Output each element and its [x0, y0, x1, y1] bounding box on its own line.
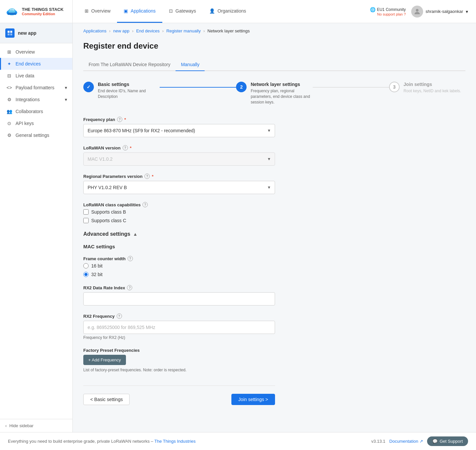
tab-repository-label: From The LoRaWAN Device Repository: [89, 62, 170, 67]
lorawan-version-select[interactable]: MAC V1.0.2: [83, 152, 275, 166]
lorawan-version-label-text: LoRaWAN version: [83, 145, 121, 150]
factory-preset-label-text: Factory Preset Frequencies: [83, 348, 140, 353]
rx2-data-rate-group: RX2 Data Rate Index ?: [83, 285, 275, 306]
radio-32bit[interactable]: [83, 272, 89, 277]
regional-params-select[interactable]: PHY V1.0.2 REV B PHY V1.0.2 REV A: [83, 181, 275, 194]
step-1-circle: ✓: [83, 82, 94, 92]
next-button[interactable]: Join settings >: [231, 394, 275, 405]
breadcrumb-applications[interactable]: Applications: [83, 28, 106, 33]
class-b-checkbox[interactable]: [83, 209, 89, 215]
sidebar-item-overview[interactable]: ⊞ Overview: [0, 46, 72, 58]
tab-manually-label: Manually: [181, 62, 199, 67]
rx2-frequency-info-icon[interactable]: ?: [117, 313, 122, 319]
nav-overview-label: Overview: [91, 8, 110, 14]
breadcrumb-end-devices[interactable]: End devices: [136, 28, 160, 33]
sep-3: ›: [162, 28, 164, 33]
tab-manually[interactable]: Manually: [176, 59, 205, 71]
svg-rect-9: [8, 33, 10, 35]
sidebar-item-collaborators[interactable]: 👥 Collaborators: [0, 105, 72, 117]
nav-organizations-label: Organizations: [218, 8, 246, 14]
class-capabilities-info-icon[interactable]: ?: [142, 202, 148, 207]
frequency-plan-info-icon[interactable]: ?: [117, 117, 122, 122]
footer-link-label: The Things Industries: [154, 439, 196, 444]
advanced-settings-chevron-icon: ▲: [133, 231, 138, 237]
back-button[interactable]: < Basic settings: [83, 394, 130, 405]
page-content: Register end device From The LoRaWAN Dev…: [73, 36, 476, 416]
frame-counter-info-icon[interactable]: ?: [128, 256, 133, 261]
breadcrumb-register-manually[interactable]: Register manually: [166, 28, 201, 33]
svg-rect-8: [10, 31, 12, 33]
tab-repository[interactable]: From The LoRaWAN Device Repository: [83, 59, 176, 71]
sidebar-item-general-settings[interactable]: ⚙ General settings: [0, 129, 72, 141]
breadcrumb: Applications › new app › End devices › R…: [73, 23, 476, 36]
network-layer-form: Frequency plan ? * Europe 863-870 MHz (S…: [83, 117, 275, 405]
svg-point-6: [416, 9, 418, 12]
get-support-button[interactable]: 💬 Get Support: [427, 436, 468, 446]
sidebar-app-header: new app: [0, 23, 72, 43]
class-b-checkbox-item[interactable]: Supports class B: [83, 209, 275, 215]
rx2-frequency-input[interactable]: [83, 321, 275, 334]
nav-gateways-label: Gateways: [176, 8, 196, 14]
frequency-plan-select[interactable]: Europe 863-870 MHz (SF9 for RX2 - recomm…: [83, 124, 275, 137]
radio-32bit-item[interactable]: 32 bit: [83, 272, 275, 277]
sidebar-general-settings-label: General settings: [16, 133, 49, 138]
gateways-icon: ⊡: [169, 8, 173, 14]
class-b-label: Supports class B: [91, 209, 126, 215]
sidebar-item-end-devices[interactable]: ✦ End devices: [0, 58, 72, 70]
sidebar-item-live-data[interactable]: ⊟ Live data: [0, 70, 72, 82]
sep-4: ›: [203, 28, 205, 33]
dropdown-icon: ▾: [466, 9, 468, 14]
regional-params-group: Regional Parameters version ? * PHY V1.0…: [83, 174, 275, 194]
app-layout: new app ⊞ Overview ✦ End devices ⊟ Live …: [0, 23, 476, 432]
overview-sidebar-icon: ⊞: [6, 49, 12, 55]
nav-applications[interactable]: ▣ Applications: [117, 0, 162, 23]
nav-gateways[interactable]: ⊡ Gateways: [162, 0, 203, 23]
step-1-info: Basic settings End device ID's, Name and…: [98, 82, 157, 100]
step-2-desc: Frequency plan, regional parameters, end…: [251, 88, 310, 105]
radio-16bit-item[interactable]: 16 bit: [83, 263, 275, 268]
footer-docs-link[interactable]: Documentation ↗: [389, 439, 423, 444]
step-2-circle: 2: [236, 82, 247, 92]
factory-preset-hint: List of factory-preset frequencies. Note…: [83, 368, 275, 372]
regional-params-required: *: [152, 174, 153, 179]
applications-icon: ▣: [124, 8, 128, 14]
advanced-settings-title[interactable]: Advanced settings ▲: [83, 231, 275, 237]
payload-expand-icon: ▾: [65, 85, 67, 90]
frame-counter-label-text: Frame counter width: [83, 256, 126, 261]
nav-organizations[interactable]: 👤 Organizations: [203, 0, 253, 23]
rx2-data-rate-info-icon[interactable]: ?: [127, 285, 132, 290]
regional-params-label: Regional Parameters version ? *: [83, 174, 275, 179]
rx2-frequency-label-text: RX2 Frequency: [83, 314, 115, 319]
sidebar-item-api-keys[interactable]: ⊙ API keys: [0, 117, 72, 129]
frame-counter-group: Frame counter width ? 16 bit 32 bit: [83, 256, 275, 277]
sep-1: ›: [109, 28, 110, 33]
lorawan-version-info-icon[interactable]: ?: [123, 145, 128, 150]
eu1-text: EU1 Community: [377, 7, 406, 12]
breadcrumb-current: Network layer settings: [208, 28, 250, 33]
svg-rect-4: [8, 13, 17, 15]
user-menu[interactable]: shramik-salgaonkar ▾: [411, 6, 468, 18]
live-data-icon: ⊟: [6, 73, 12, 78]
nav-overview[interactable]: ⊞ Overview: [78, 0, 117, 23]
hide-sidebar-button[interactable]: ‹ Hide sidebar: [0, 419, 72, 432]
svg-rect-7: [8, 31, 10, 33]
radio-16bit[interactable]: [83, 263, 89, 268]
general-settings-icon: ⚙: [6, 133, 12, 138]
rx2-data-rate-input[interactable]: [83, 292, 275, 306]
integrations-expand-icon: ▾: [65, 97, 67, 102]
regional-params-info-icon[interactable]: ?: [144, 174, 150, 179]
class-c-checkbox-item[interactable]: Supports class C: [83, 218, 275, 223]
class-c-checkbox[interactable]: [83, 218, 89, 223]
rx2-data-rate-label: RX2 Data Rate Index ?: [83, 285, 275, 290]
sidebar-item-payload-formatters[interactable]: <> Payload formatters ▾: [0, 82, 72, 94]
step-3-desc: Root keys, NetID and kek labels.: [404, 88, 461, 94]
breadcrumb-new-app[interactable]: new app: [113, 28, 129, 33]
main-content: Applications › new app › End devices › R…: [73, 23, 476, 432]
sidebar-item-integrations[interactable]: ⚙ Integrations ▾: [0, 94, 72, 105]
footer-text-main: Everything you need to build enterprise …: [8, 439, 153, 444]
add-frequency-button[interactable]: + Add Frequency: [83, 355, 126, 365]
nav-items: ⊞ Overview ▣ Applications ⊡ Gateways 👤 O…: [73, 0, 362, 23]
support-label[interactable]: No support plan ?: [377, 12, 406, 16]
step-3: 3 Join settings Root keys, NetID and kek…: [389, 82, 465, 94]
footer-link[interactable]: The Things Industries: [154, 439, 196, 444]
